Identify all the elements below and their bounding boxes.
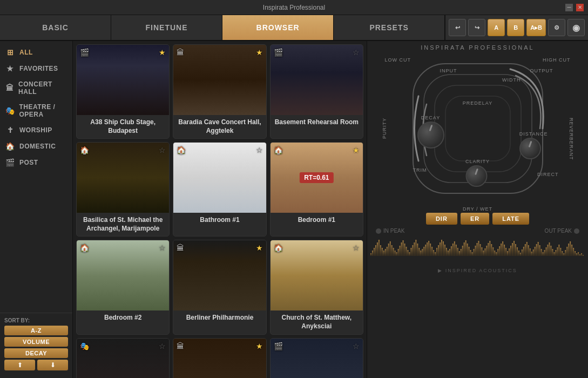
- tab-actions: ↩ ↪ A B A▸B ⚙ ◉: [445, 15, 588, 40]
- card-a38[interactable]: 🎬 ★ A38 Ship Club Stage, Budapest: [76, 44, 170, 139]
- card-basilica-favorite-icon[interactable]: ☆: [159, 146, 166, 154]
- theatre-icon: 🎭: [5, 106, 15, 115]
- svg-rect-136: [583, 255, 584, 256]
- svg-rect-34: [418, 248, 420, 256]
- svg-rect-79: [491, 244, 492, 256]
- svg-rect-58: [457, 248, 458, 256]
- card-berliner-image: 🏛 ★: [173, 240, 266, 310]
- a-button[interactable]: A: [488, 19, 505, 36]
- sidebar-item-favorites[interactable]: ★ FAVORITES: [0, 60, 72, 77]
- in-peak-label: IN PEAK: [376, 228, 404, 234]
- clarity-knob[interactable]: [465, 165, 487, 187]
- svg-rect-29: [410, 248, 411, 256]
- card-bottom2[interactable]: 🏛 ★: [173, 338, 266, 378]
- undo-button[interactable]: ↩: [449, 19, 466, 36]
- close-button[interactable]: ✕: [576, 4, 584, 11]
- late-button[interactable]: LATE: [492, 213, 529, 225]
- card-bedroom1-favorite-icon[interactable]: ★: [353, 146, 360, 154]
- er-button[interactable]: ER: [461, 213, 489, 225]
- card-church-favorite-icon[interactable]: ☆: [353, 244, 360, 252]
- svg-rect-100: [525, 244, 526, 256]
- dir-button[interactable]: DIR: [426, 213, 457, 225]
- peak-row: IN PEAK OUT PEAK: [370, 228, 585, 234]
- card-bottom2-favorite-icon[interactable]: ★: [256, 342, 263, 350]
- card-basement-favorite-icon[interactable]: ☆: [353, 48, 360, 57]
- svg-rect-65: [469, 247, 470, 256]
- card-baradia-favorite-icon[interactable]: ★: [256, 48, 263, 57]
- svg-rect-30: [412, 245, 413, 256]
- sidebar-item-post[interactable]: 🎬 POST: [0, 154, 72, 171]
- card-bottom3[interactable]: 🎬 ☆: [270, 338, 363, 378]
- svg-rect-76: [486, 246, 487, 256]
- card-bedroom2-favorite-icon[interactable]: ☆: [159, 244, 166, 252]
- output-label: OUTPUT: [530, 68, 553, 73]
- card-berliner[interactable]: 🏛 ★ Berliner Philharmonie: [173, 240, 266, 334]
- sidebar-item-all[interactable]: ⊞ ALL: [0, 44, 72, 60]
- card-basilica-type-icon: 🏠: [80, 146, 89, 154]
- card-a38-image: 🎬 ★: [77, 45, 169, 115]
- svg-rect-108: [538, 242, 539, 256]
- svg-rect-88: [505, 248, 506, 256]
- favorites-icon: ★: [5, 64, 15, 73]
- card-bathroom-favorite-icon[interactable]: ☆: [256, 146, 263, 154]
- ab-button[interactable]: A▸B: [526, 19, 546, 36]
- card-bottom1[interactable]: 🎭 ☆: [76, 338, 170, 378]
- tab-presets[interactable]: PRESETS: [334, 15, 445, 40]
- card-bottom3-favorite-icon[interactable]: ☆: [353, 342, 360, 350]
- decay-knob[interactable]: [417, 122, 444, 148]
- trim-label: TRIM: [413, 167, 427, 173]
- dry-wet-label: DRY / WET: [370, 206, 585, 212]
- rt-badge: RT=0.61: [300, 172, 333, 183]
- svg-rect-9: [379, 240, 380, 256]
- card-bedroom2[interactable]: 🏠 ☆ Bedroom #2: [76, 240, 170, 334]
- right-panel: INSPIRATA PROFESSIONAL LOW CUT HIGH CUT …: [367, 41, 588, 378]
- card-bedroom1[interactable]: 🏠 ★ RT=0.61 Bedroom #1: [270, 142, 363, 237]
- sidebar-item-domestic[interactable]: 🏠 DOMESTIC: [0, 138, 72, 154]
- sidebar-item-concert-hall[interactable]: 🏛 CONCERT HALL: [0, 77, 72, 99]
- sidebar-item-worship[interactable]: ✝ WORSHIP: [0, 122, 72, 138]
- card-grid: 🎬 ★ A38 Ship Club Stage, Budapest 🏛 ★ Ba…: [76, 44, 363, 378]
- distance-knob[interactable]: [519, 138, 541, 159]
- main-area: ⊞ ALL ★ FAVORITES 🏛 CONCERT HALL 🎭 THEAT…: [0, 41, 588, 378]
- sort-volume-button[interactable]: VOLUME: [4, 337, 68, 347]
- svg-rect-105: [533, 249, 534, 256]
- card-basement-type-icon: 🎬: [274, 48, 283, 57]
- card-church-type-icon: 🏠: [274, 244, 283, 252]
- tab-basic[interactable]: BASIC: [0, 15, 111, 40]
- svg-rect-32: [415, 240, 416, 256]
- svg-rect-110: [541, 249, 542, 256]
- card-bathroom[interactable]: 🏠 ☆ Bathroom #1: [173, 142, 266, 237]
- card-church[interactable]: 🏠 ☆ Church of St. Matthew, Anyksciai: [270, 240, 363, 334]
- sort-desc-button[interactable]: ⬇: [37, 360, 68, 370]
- svg-rect-41: [430, 244, 431, 256]
- redo-button[interactable]: ↪: [468, 19, 485, 36]
- card-basilica[interactable]: 🏠 ☆ Basilica of St. Michael the Archange…: [76, 142, 170, 237]
- sort-asc-button[interactable]: ⬆: [4, 360, 35, 370]
- svg-rect-31: [414, 242, 415, 256]
- monitor-button[interactable]: ◉: [567, 19, 585, 36]
- card-baradia[interactable]: 🏛 ★ Baradia Cave Concert Hall, Aggtelek: [173, 44, 266, 139]
- svg-rect-111: [543, 252, 544, 256]
- sort-az-button[interactable]: A-Z: [4, 326, 68, 335]
- svg-rect-12: [383, 251, 384, 256]
- tab-browser[interactable]: BROWSER: [222, 15, 334, 40]
- svg-rect-127: [568, 244, 569, 256]
- svg-rect-131: [575, 251, 576, 256]
- svg-rect-114: [548, 245, 549, 256]
- svg-rect-132: [576, 253, 577, 256]
- svg-rect-8: [377, 242, 378, 256]
- card-basement[interactable]: 🎬 ☆ Basement Rehearsal Room: [270, 44, 363, 139]
- minimize-button[interactable]: ─: [565, 4, 573, 11]
- b-button[interactable]: B: [507, 19, 524, 36]
- waveform-display: [370, 237, 585, 267]
- svg-rect-19: [395, 251, 396, 256]
- sort-decay-button[interactable]: DECAY: [4, 348, 68, 358]
- card-berliner-favorite-icon[interactable]: ★: [256, 244, 263, 252]
- settings-button[interactable]: ⚙: [548, 19, 565, 36]
- card-a38-favorite-icon[interactable]: ★: [159, 48, 166, 57]
- svg-rect-106: [535, 247, 536, 256]
- tab-finetune[interactable]: FINETUNE: [111, 15, 222, 40]
- svg-rect-3: [445, 96, 510, 161]
- sidebar-item-theatre-opera[interactable]: 🎭 THEATRE / OPERA: [0, 99, 72, 122]
- card-bottom1-favorite-icon[interactable]: ☆: [159, 342, 166, 350]
